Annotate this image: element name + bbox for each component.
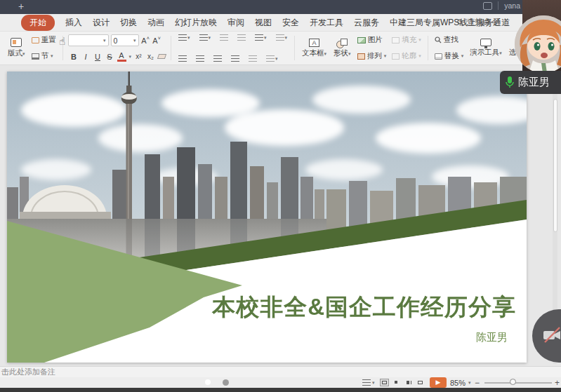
window-mode-icon[interactable]: [483, 2, 492, 10]
notes-panel[interactable]: 击此处添加备注: [0, 366, 561, 377]
columns-button[interactable]: ▾: [264, 55, 280, 62]
tab-home[interactable]: 开始: [21, 15, 55, 31]
zoom-out-button[interactable]: −: [475, 378, 480, 388]
ribbon-toolbar: 版式▾ 重置 节▾ ▾ 0▾ A˄ A˅ B I U S A: [0, 32, 561, 65]
indicator-dot-white: [205, 379, 211, 385]
section-icon: [32, 53, 39, 60]
notes-icon: [362, 379, 371, 386]
zoom-slider-track[interactable]: [484, 382, 552, 384]
bold-button[interactable]: B: [70, 53, 79, 61]
layout-icon: [11, 38, 22, 47]
zoom-level[interactable]: 85%: [450, 379, 466, 387]
grow-font-button[interactable]: A˄: [141, 36, 150, 45]
toolbar-separator: [428, 36, 428, 60]
tab-security[interactable]: 安全: [282, 17, 299, 29]
fill-icon: [392, 37, 400, 43]
toolbar-separator: [294, 36, 295, 60]
align-left-button[interactable]: [176, 55, 189, 62]
participant-name: 陈亚男: [518, 76, 550, 89]
tab-slideshow[interactable]: 幻灯片放映: [175, 17, 217, 29]
tab-animations[interactable]: 动画: [147, 17, 164, 29]
shapes-icon: [336, 39, 348, 47]
italic-button[interactable]: I: [81, 53, 91, 61]
clear-format-icon[interactable]: [157, 54, 166, 59]
zoom-caret[interactable]: ▾: [468, 380, 471, 386]
underline-button[interactable]: U: [93, 53, 103, 61]
tab-devtools[interactable]: 开发工具: [310, 17, 343, 29]
view-projector-button[interactable]: [416, 379, 425, 386]
participant-name-pill[interactable]: 陈亚男: [500, 71, 561, 94]
reset-icon: [32, 37, 39, 43]
font-name-select[interactable]: ▾: [68, 34, 109, 46]
picture-icon: [357, 37, 366, 43]
notes-placeholder: 击此处添加备注: [1, 367, 55, 376]
fill-button[interactable]: 填充▾: [390, 34, 423, 46]
zoom-slider-thumb[interactable]: [510, 379, 516, 385]
search-icon: [435, 36, 442, 43]
tab-transitions[interactable]: 切换: [120, 17, 137, 29]
align-right-button[interactable]: [211, 55, 224, 62]
cursor-hand-icon: ☝: [59, 35, 65, 48]
window-titlebar: + yana: [0, 0, 561, 14]
view-reading-button[interactable]: [404, 379, 414, 386]
view-sorter-button[interactable]: [392, 379, 402, 386]
editor-workspace: 本校非全&国企工作经历分享 陈亚男: [0, 65, 561, 366]
outline-button[interactable]: 轮廓▾: [390, 50, 423, 62]
replace-button[interactable]: 替换▾: [433, 50, 466, 62]
numbering-button[interactable]: ▾: [197, 34, 213, 41]
mic-on-icon: [506, 76, 514, 88]
layout-button[interactable]: 版式▾: [4, 34, 29, 62]
picture-button[interactable]: 图片: [356, 34, 388, 46]
toolbar-separator: [171, 36, 171, 60]
justify-button[interactable]: [229, 55, 242, 62]
increase-indent-button[interactable]: [235, 34, 248, 41]
monitor-icon: [480, 39, 491, 46]
reset-button[interactable]: 重置: [30, 34, 58, 46]
textbox-icon: A: [309, 39, 319, 47]
font-size-select[interactable]: 0▾: [111, 34, 139, 46]
find-button[interactable]: 查找: [433, 34, 466, 46]
slideshow-play-button[interactable]: ▶: [430, 377, 447, 388]
shapes-button[interactable]: 形状▾: [330, 34, 355, 62]
font-color-button[interactable]: A: [117, 51, 126, 62]
textbox-button[interactable]: A 文本框▾: [298, 34, 330, 62]
arrange-button[interactable]: 排列▾: [356, 50, 388, 62]
subscript-button[interactable]: x₂: [146, 53, 155, 60]
tab-insert[interactable]: 插入: [65, 17, 82, 29]
account-name[interactable]: yana: [504, 1, 520, 10]
window-bottom-edge: [0, 388, 561, 392]
align-center-button[interactable]: [194, 55, 206, 62]
new-tab-button[interactable]: +: [18, 1, 24, 12]
search-icon: [457, 19, 464, 26]
font-color-caret[interactable]: ▾: [129, 54, 132, 60]
section-button[interactable]: 节▾: [30, 50, 58, 62]
slide-canvas[interactable]: 本校非全&国企工作经历分享 陈亚男: [7, 72, 527, 363]
notes-toggle-button[interactable]: ▾: [362, 379, 375, 386]
tab-cloud[interactable]: 云服务: [354, 17, 379, 29]
camera-off-icon: [542, 326, 561, 344]
superscript-button[interactable]: x²: [134, 53, 143, 60]
scrollbar-thumb[interactable]: [553, 99, 557, 232]
distribute-button[interactable]: [246, 55, 259, 62]
slide-author[interactable]: 陈亚男: [476, 331, 508, 344]
arrange-icon: [357, 53, 365, 60]
bullets-button[interactable]: ▾: [176, 34, 192, 41]
find-command[interactable]: 查找命令: [457, 17, 499, 27]
zoom-in-button[interactable]: +: [555, 378, 560, 388]
view-normal-button[interactable]: [380, 379, 389, 386]
find-command-label: 查找命令: [467, 17, 499, 27]
tab-design[interactable]: 设计: [93, 17, 110, 29]
status-bar: ▾ ▶ 85% ▾ − +: [0, 377, 561, 388]
titlebar-divider: [498, 1, 499, 10]
line-spacing-button[interactable]: ▾: [253, 34, 269, 41]
presentation-tools-button[interactable]: 演示工具▾: [466, 34, 506, 62]
shrink-font-button[interactable]: A˅: [152, 36, 161, 45]
slide-title[interactable]: 本校非全&国企工作经历分享: [212, 292, 516, 323]
text-direction-button[interactable]: ▾: [274, 34, 290, 41]
tab-view[interactable]: 视图: [255, 17, 272, 29]
strikethrough-button[interactable]: S: [105, 53, 114, 61]
tab-review[interactable]: 审阅: [227, 17, 244, 29]
outline-icon: [392, 53, 400, 60]
decrease-indent-button[interactable]: [218, 34, 230, 41]
indicator-dot-gray: [223, 379, 229, 386]
